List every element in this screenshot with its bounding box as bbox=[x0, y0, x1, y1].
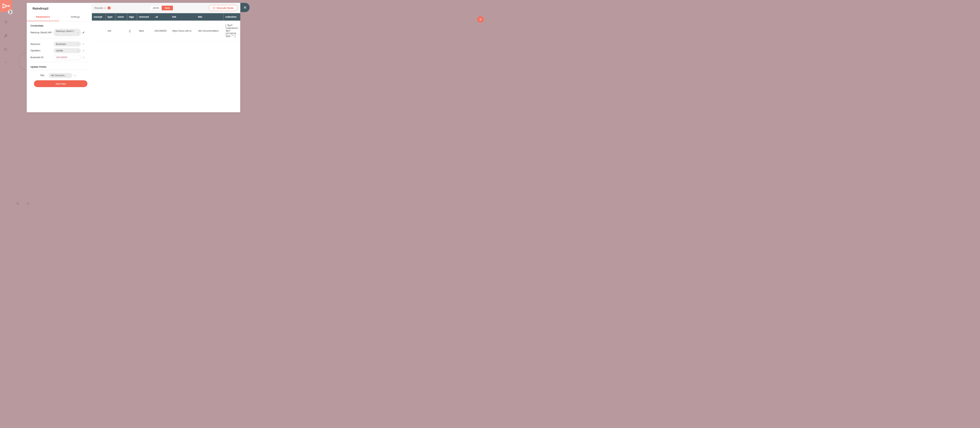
chevron-down-icon: ⌄ bbox=[83, 83, 84, 85]
svg-point-24 bbox=[84, 51, 84, 51]
cell-removed: false bbox=[137, 21, 152, 41]
view-toggle: JSON Table bbox=[150, 5, 173, 11]
operation-options-icon[interactable] bbox=[82, 49, 86, 52]
th-type: type bbox=[105, 13, 115, 21]
svg-point-27 bbox=[74, 75, 75, 75]
credential-select-value: Raindrop OAuth C … bbox=[56, 30, 77, 35]
table-row[interactable]: link [] false 246198650 https://docs.n8n… bbox=[92, 21, 240, 41]
table-header-row: excerpt type cover tags removed _id link… bbox=[92, 13, 240, 21]
operation-select-value: Update bbox=[56, 49, 63, 52]
th-removed: removed bbox=[137, 13, 152, 21]
operation-label: Operation: bbox=[30, 49, 53, 52]
add-node-fab[interactable]: + bbox=[477, 16, 484, 23]
cell-collection: { "$ref": "collections", "$id": 16778078… bbox=[223, 21, 240, 41]
execute-node-button[interactable]: Execute Node bbox=[208, 5, 237, 11]
svg-point-1 bbox=[3, 7, 4, 8]
title-field-input[interactable]: n8n Documen … bbox=[49, 73, 73, 78]
node-parameters-panel: Raindrop2 Parameters Settings Credential… bbox=[27, 3, 92, 113]
th-link: link bbox=[170, 13, 196, 21]
credentials-icon[interactable] bbox=[3, 32, 10, 39]
chevron-down-icon: ▾ bbox=[78, 50, 79, 52]
workflows-icon[interactable] bbox=[3, 19, 10, 25]
help-icon[interactable] bbox=[3, 59, 10, 66]
svg-point-13 bbox=[5, 50, 5, 51]
th-cover: cover bbox=[115, 13, 127, 21]
cell-tags: [] bbox=[127, 21, 137, 41]
bookmark-id-input[interactable]: 246198650 bbox=[54, 55, 81, 60]
close-modal-button[interactable] bbox=[240, 3, 250, 12]
svg-point-26 bbox=[84, 57, 84, 58]
node-title: Raindrop2 bbox=[27, 3, 92, 13]
svg-point-22 bbox=[84, 44, 84, 45]
app-logo[interactable] bbox=[0, 0, 12, 12]
output-table[interactable]: excerpt type cover tags removed _id link… bbox=[92, 13, 240, 113]
add-field-button[interactable]: Add Field ⌄ bbox=[34, 80, 88, 87]
svg-line-15 bbox=[18, 204, 19, 205]
output-header: Results: 1 i JSON Table Execute Node bbox=[92, 3, 240, 13]
execute-node-label: Execute Node bbox=[217, 6, 234, 10]
th-title: title bbox=[196, 13, 223, 21]
cell-link: https://docs.n8n.io bbox=[170, 21, 196, 41]
svg-line-19 bbox=[29, 204, 30, 205]
cell-title: n8n Documentation bbox=[196, 21, 223, 41]
th-excerpt: excerpt bbox=[92, 13, 106, 21]
view-table-button[interactable]: Table bbox=[162, 5, 173, 10]
cell-excerpt bbox=[92, 21, 106, 41]
edit-credential-icon[interactable] bbox=[82, 31, 86, 34]
svg-rect-6 bbox=[6, 21, 8, 22]
credential-select[interactable]: Raindrop OAuth C … ▾ bbox=[54, 29, 81, 37]
svg-rect-5 bbox=[5, 21, 5, 22]
cell-cover bbox=[115, 21, 127, 41]
zoom-controls bbox=[14, 200, 32, 207]
th-tags: tags bbox=[127, 13, 137, 21]
tab-parameters[interactable]: Parameters bbox=[27, 13, 59, 21]
svg-point-25 bbox=[83, 56, 83, 57]
title-field-value: n8n Documen … bbox=[51, 74, 68, 77]
resource-select-value: Bookmark bbox=[56, 43, 66, 46]
title-field-label: Title: bbox=[37, 74, 48, 77]
resource-select[interactable]: Bookmark ▾ bbox=[54, 41, 81, 47]
executions-icon[interactable] bbox=[3, 46, 10, 53]
chevron-down-icon: ▾ bbox=[78, 43, 79, 45]
node-tabs: Parameters Settings bbox=[27, 13, 92, 21]
sidebar-expand-toggle[interactable] bbox=[8, 10, 13, 14]
svg-point-21 bbox=[83, 43, 83, 44]
svg-point-23 bbox=[83, 50, 83, 50]
cell-type: link bbox=[105, 21, 115, 41]
credentials-section-label: Credentials bbox=[30, 24, 89, 27]
title-field-options-icon[interactable] bbox=[73, 74, 77, 77]
resource-options-icon[interactable] bbox=[82, 43, 86, 45]
th-id: _id bbox=[153, 13, 170, 21]
view-json-button[interactable]: JSON bbox=[150, 5, 162, 10]
add-field-label: Add Field bbox=[56, 82, 66, 85]
svg-point-3 bbox=[8, 5, 10, 7]
bookmark-id-label: Bookmark ID: bbox=[30, 56, 53, 59]
update-fields-label: Update Fields: bbox=[30, 65, 89, 68]
cell-id: 246198650 bbox=[153, 21, 170, 41]
bookmark-id-options-icon[interactable] bbox=[82, 56, 86, 59]
node-output-panel: Results: 1 i JSON Table Execute Node exc… bbox=[92, 3, 240, 113]
app-sidebar bbox=[0, 0, 12, 214]
results-count: Results: 1 bbox=[95, 6, 106, 10]
chevron-down-icon: ▾ bbox=[78, 32, 79, 34]
operation-select[interactable]: Update ▾ bbox=[54, 48, 81, 53]
svg-point-0 bbox=[3, 4, 4, 5]
svg-point-12 bbox=[5, 49, 5, 50]
node-editor-modal: Raindrop2 Parameters Settings Credential… bbox=[27, 3, 240, 113]
tab-settings[interactable]: Settings bbox=[59, 13, 92, 21]
svg-point-11 bbox=[5, 48, 5, 49]
credential-api-label: Raindrop OAuth2 API: bbox=[30, 31, 53, 34]
svg-point-28 bbox=[75, 76, 76, 76]
svg-rect-7 bbox=[5, 23, 6, 24]
resource-label: Resource: bbox=[30, 43, 53, 46]
zoom-in-button[interactable] bbox=[14, 200, 21, 207]
zoom-out-button[interactable] bbox=[25, 200, 32, 207]
info-icon[interactable]: i bbox=[108, 6, 111, 10]
th-collection: collection bbox=[223, 13, 240, 21]
